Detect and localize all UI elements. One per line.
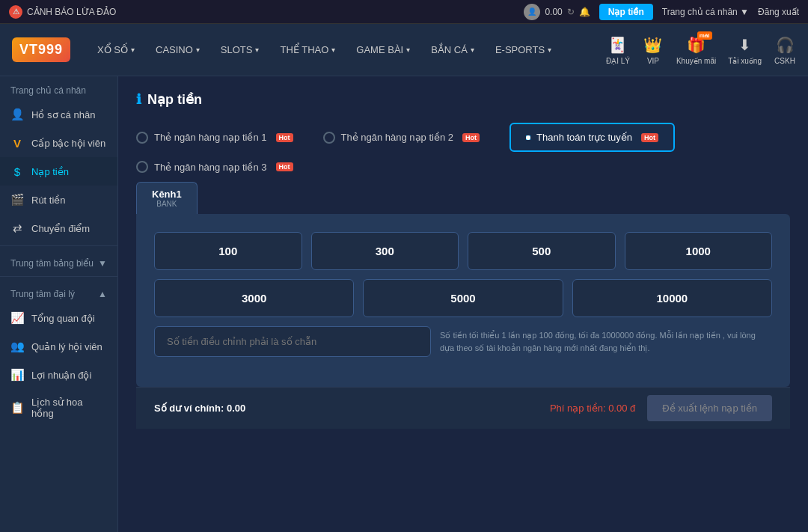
khuyen-mai-label: Khuyến mãi [676, 57, 716, 65]
chuyendiem-icon: ⇄ [10, 221, 24, 235]
sidebar-divider-1 [0, 245, 117, 246]
sidebar-quanly-label: Quản lý hội viên [31, 341, 102, 352]
nav-item-thethao[interactable]: THỂ THAO [271, 38, 344, 61]
warning-right: 👤 0.00 ↻ 🔔 Nạp tiền Trang chủ cá nhân ▼ … [524, 4, 799, 20]
sidebar-ruttien-label: Rút tiền [31, 195, 66, 206]
sidebar-item-tongquan[interactable]: 📈 Tổng quan đội [0, 304, 117, 332]
nav-right: 🃏 ĐẠI LÝ 👑 VIP 🎁mài Khuyến mãi ⬇ Tải xuố… [606, 34, 796, 65]
sidebar-item-ruttien[interactable]: 🎬 Rút tiền [0, 186, 117, 214]
nap-tien-header-button[interactable]: Nạp tiền [599, 4, 653, 20]
hot-badge-1: Hot [276, 133, 293, 142]
sidebar-item-naptien[interactable]: $ Nạp tiền [0, 157, 117, 186]
amount-btn-100[interactable]: 100 [154, 232, 302, 270]
amount-btn-10000[interactable]: 10000 [572, 279, 772, 317]
payment-option-1[interactable]: Thẻ ngân hàng nạp tiền 1 Hot [136, 132, 293, 144]
payment-row-2: Thẻ ngân hàng nạp tiền 3 Hot [136, 161, 790, 173]
refresh-icon[interactable]: ↻ [567, 7, 575, 17]
trang-chu-button[interactable]: Trang chủ cá nhân ▼ [662, 7, 749, 17]
sidebar-bangbieu-title: Trung tâm bảng biểu [10, 258, 94, 269]
tongquan-icon: 📈 [10, 311, 24, 325]
vip-label: VIP [647, 57, 659, 65]
payment-option-3[interactable]: Thanh toán trực tuyến Hot [509, 123, 675, 152]
nav-item-gambai[interactable]: GAME BÀI [347, 38, 419, 61]
loinhuan-icon: 📊 [10, 368, 24, 382]
nav-item-banca[interactable]: BẮN CÁ [422, 38, 483, 61]
sidebar-naptien-label: Nạp tiền [31, 166, 69, 177]
channel-tab-main: Kênh1 [152, 189, 182, 200]
vip-icon: 👑 [642, 34, 664, 55]
sidebar-chuyendiem-label: Chuyển điểm [31, 223, 90, 234]
balance-amount: 0.00 [545, 7, 562, 17]
sidebar-personal-title: Trang chủ cá nhân [10, 85, 86, 96]
so-du: Số dư ví chính: 0.00 [154, 403, 245, 414]
sidebar-divider-2 [0, 276, 117, 277]
footer-right: Phí nạp tiền: 0.00 đ Đề xuất lệnh nạp ti… [550, 395, 772, 421]
nav-item-xoso[interactable]: XỔ SỐ [88, 38, 144, 61]
hot-badge-2: Hot [462, 133, 480, 142]
sidebar-item-lichsu[interactable]: 📋 Lịch sử hoa hồng [0, 389, 117, 426]
payment-option-2[interactable]: Thẻ ngân hàng nạp tiền 2 Hot [323, 132, 480, 144]
phi-nap-value: 0.00 đ [608, 403, 635, 414]
payment-options: Thẻ ngân hàng nạp tiền 1 Hot Thẻ ngân hà… [136, 123, 790, 173]
channel-tab-1[interactable]: Kênh1 BANK [136, 182, 198, 214]
nav-item-slots[interactable]: SLOTS [212, 38, 269, 61]
radio-circle-3 [526, 135, 530, 140]
amount-grid-row2: 3000 5000 10000 [154, 279, 772, 317]
avatar: 👤 [524, 4, 540, 20]
amount-btn-1000[interactable]: 1000 [625, 232, 773, 270]
dang-xuat-button[interactable]: Đăng xuất [758, 7, 799, 17]
info-text: Số tiền tối thiểu 1 lần nạp 100 đồng, tố… [440, 329, 772, 354]
amount-input-container [154, 326, 431, 357]
phi-nap: Phí nạp tiền: 0.00 đ [550, 403, 635, 414]
nav-tai-xuong[interactable]: ⬇ Tải xuống [728, 34, 762, 65]
sidebar-section-bangbieu[interactable]: Trung tâm bảng biểu ▼ [0, 249, 117, 273]
so-du-label: Số dư ví chính: [154, 403, 227, 414]
sidebar-daily-title: Trung tâm đại lý [10, 289, 75, 299]
nav-cskh[interactable]: 🎧 CSKH [774, 34, 796, 65]
amount-btn-3000[interactable]: 3000 [154, 279, 354, 317]
sidebar-item-profile[interactable]: 👤 Hồ sơ cá nhân [0, 100, 117, 129]
sidebar-lichsu-label: Lịch sử hoa hồng [31, 397, 107, 419]
amount-btn-5000[interactable]: 5000 [363, 279, 563, 317]
content-area: ℹ Nạp tiền Thẻ ngân hàng nạp tiền 1 Hot … [118, 76, 808, 532]
sidebar-item-capbac[interactable]: V Cấp bậc hội viên [0, 129, 117, 157]
nav-item-esports[interactable]: E-SPORTS [486, 38, 560, 61]
radio-circle-2 [323, 132, 335, 144]
payment-label-1: Thẻ ngân hàng nạp tiền 1 [154, 132, 267, 143]
payment-row-1: Thẻ ngân hàng nạp tiền 1 Hot Thẻ ngân hà… [136, 123, 790, 152]
amount-btn-500[interactable]: 500 [468, 232, 616, 270]
sidebar-capbac-label: Cấp bậc hội viên [31, 138, 105, 149]
sidebar-item-quanly[interactable]: 👥 Quản lý hội viên [0, 332, 117, 361]
sidebar-loinhuan-label: Lợi nhuận đội [31, 370, 91, 381]
balance-area: 👤 0.00 ↻ 🔔 [524, 4, 590, 20]
amount-btn-300[interactable]: 300 [311, 232, 459, 270]
nav-item-casino[interactable]: CASINO [147, 38, 209, 61]
channel-tabs: Kênh1 BANK [136, 182, 790, 214]
nav-dai-ly[interactable]: 🃏 ĐẠI LÝ [606, 34, 630, 65]
chevron-up-icon: ▲ [98, 289, 107, 299]
sidebar-tongquan-label: Tổng quan đội [31, 313, 95, 324]
payment-option-4[interactable]: Thẻ ngân hàng nạp tiền 3 Hot [136, 161, 293, 173]
lichsu-icon: 📋 [10, 401, 24, 415]
sidebar-section-daily[interactable]: Trung tâm đại lý ▲ [0, 280, 117, 304]
gift-badge: mài [697, 31, 712, 40]
title-icon: ℹ [136, 91, 141, 108]
de-xuat-button[interactable]: Đề xuất lệnh nạp tiền [647, 395, 772, 421]
page-title-text: Nạp tiền [147, 91, 202, 108]
amount-input[interactable] [154, 326, 431, 357]
nav-khuyen-mai[interactable]: 🎁mài Khuyến mãi [676, 34, 716, 65]
warning-text: CẢNH BÁO LỪA ĐẢO [27, 7, 116, 17]
payment-label-2: Thẻ ngân hàng nạp tiền 2 [341, 132, 454, 143]
chevron-down-icon: ▼ [98, 258, 107, 269]
profile-icon: 👤 [10, 108, 24, 121]
tai-xuong-label: Tải xuống [728, 57, 762, 65]
nav-bar: VT999 XỔ SỐ CASINO SLOTS THỂ THAO GAME B… [0, 24, 808, 76]
logo[interactable]: VT999 [12, 37, 70, 62]
download-icon: ⬇ [734, 34, 756, 55]
radio-circle-4 [136, 161, 148, 173]
headphone-icon: 🎧 [774, 34, 796, 55]
nav-vip[interactable]: 👑 VIP [642, 34, 664, 65]
sidebar-profile-label: Hồ sơ cá nhân [31, 109, 95, 120]
sidebar-item-loinhuan[interactable]: 📊 Lợi nhuận đội [0, 361, 117, 389]
sidebar-item-chuyendiem[interactable]: ⇄ Chuyển điểm [0, 214, 117, 242]
